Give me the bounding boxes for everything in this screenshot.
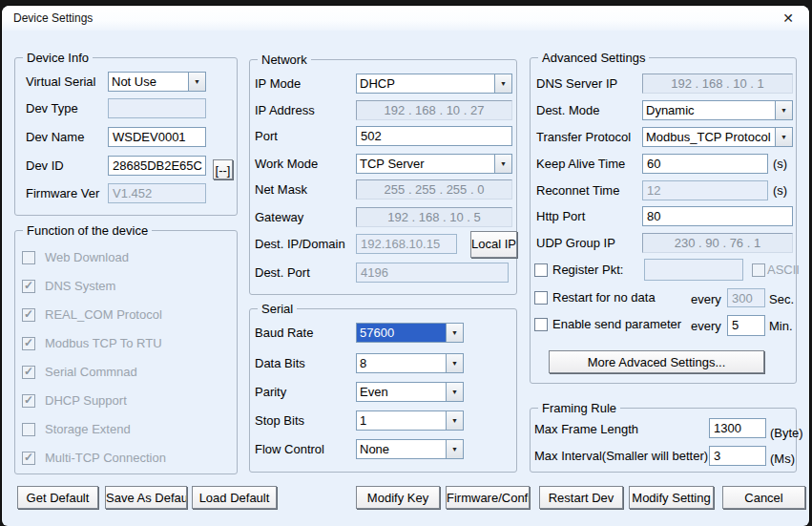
get-default-button[interactable]: Get Default [17,486,98,509]
dns-system-checkbox [22,280,35,293]
ascii-label: ASCII [767,263,800,277]
register-pkt-label: Register Pkt: [552,263,623,277]
http-port-field[interactable]: 80 [642,206,793,226]
max-frame-field[interactable]: 1300 [709,418,766,438]
functions-group-title: Function of the device [23,223,152,238]
more-advanced-settings-button[interactable]: More Advaced Settings... [549,350,764,373]
ip-address-field: 192 . 168 . 10 . 27 [356,100,512,120]
flow-control-select[interactable]: None ▼ [356,439,464,459]
restart-every-label: every [691,292,721,306]
parity-label: Parity [255,385,286,399]
keep-alive-field[interactable]: 60 [642,154,768,174]
cancel-button[interactable]: Cancel [722,486,805,509]
port-field[interactable]: 502 [356,126,512,146]
dest-mode-label: Dest. Mode [536,103,599,117]
firmware-config-button[interactable]: Firmware/Config [446,486,530,509]
device-settings-dialog: Device Settings ✕ Device Info Virtual Se… [2,6,809,526]
dev-id-field[interactable]: 28685DB2E65C [108,156,206,176]
max-frame-unit: (Byte) [770,426,803,440]
modify-setting-button[interactable]: Modify Setting [629,486,714,509]
chevron-down-icon[interactable]: ▼ [446,354,463,372]
stop-bits-label: Stop Bits [255,413,304,428]
dev-id-label: Dev ID [26,158,64,173]
parity-value: Even [357,383,446,401]
udp-group-field: 230 . 90 . 76 . 1 [642,233,793,253]
work-mode-select[interactable]: TCP Server ▼ [356,154,512,174]
max-frame-label: Max Frame Length [534,422,638,436]
udp-group-label: UDP Group IP [536,236,615,250]
chevron-down-icon[interactable]: ▼ [494,74,511,93]
flow-control-label: Flow Control [255,442,324,456]
dns-server-field: 192 . 168 . 10 . 1 [642,74,793,94]
dest-mode-select[interactable]: Dynamic ▼ [642,100,793,120]
dev-id-mac-button[interactable]: [--] [213,159,233,179]
register-pkt-checkbox[interactable] [534,263,548,277]
dev-name-field[interactable]: WSDEV0001 [108,127,206,147]
enable-every-label: every [691,319,721,333]
max-interval-unit: (Ms) [770,452,795,466]
restart-no-data-label: Restart for no data [552,290,656,305]
enable-send-checkbox[interactable] [534,318,548,331]
chevron-down-icon[interactable]: ▼ [775,101,792,119]
transfer-protocol-value: Modbus_TCP Protocol [643,128,775,146]
serial-group-title: Serial [258,302,297,316]
storage-extend-checkbox [22,423,35,436]
work-mode-label: Work Mode [255,157,318,171]
ip-mode-value: DHCP [357,74,494,93]
multi-tcp-label: Multi-TCP Connection [45,451,166,465]
dns-server-label: DNS Server IP [536,76,617,91]
modify-key-button[interactable]: Modify Key [356,486,440,509]
baud-rate-select[interactable]: 57600 ▼ [356,323,464,343]
reconnet-field: 12 [642,180,768,200]
close-icon[interactable]: ✕ [780,10,797,27]
chevron-down-icon[interactable]: ▼ [446,411,463,430]
dest-ip-label: Dest. IP/Domain [255,237,345,251]
chevron-down-icon[interactable]: ▼ [188,73,205,91]
dev-type-label: Dev Type [26,101,78,116]
virtual-serial-select[interactable]: Not Use ▼ [108,72,206,92]
http-port-label: Http Port [536,209,585,223]
chevron-down-icon[interactable]: ▼ [446,324,463,342]
chevron-down-icon[interactable]: ▼ [446,440,463,458]
dhcp-support-label: DHCP Support [45,393,127,408]
gateway-label: Gateway [255,210,303,224]
chevron-down-icon[interactable]: ▼ [446,383,463,401]
transfer-protocol-select[interactable]: Modbus_TCP Protocol ▼ [642,127,793,147]
keep-alive-unit: (s) [773,157,787,171]
port-label: Port [255,129,278,143]
load-default-button[interactable]: Load Default [192,486,277,509]
stop-bits-select[interactable]: 1 ▼ [356,410,464,431]
restart-seconds-field: 300 [727,288,765,307]
network-group-title: Network [258,53,311,67]
max-interval-label: Max Interval(Smaller will better) [534,449,708,463]
chevron-down-icon[interactable]: ▼ [494,155,511,173]
real-com-checkbox [22,308,35,322]
enable-unit-label: Min. [769,319,793,333]
restart-dev-button[interactable]: Restart Dev [539,486,623,509]
framing-group-title: Framing Rule [538,401,620,415]
enable-minutes-field[interactable]: 5 [727,315,765,336]
dev-type-field [108,98,206,118]
max-interval-field[interactable]: 3 [709,446,766,466]
web-download-checkbox [22,251,35,264]
ip-mode-select[interactable]: DHCP ▼ [356,74,512,94]
title-bar: Device Settings ✕ [2,6,809,31]
work-mode-value: TCP Server [357,155,494,173]
chevron-down-icon[interactable]: ▼ [775,128,792,146]
enable-send-label: Enable send parameter [552,317,681,331]
dest-port-label: Dest. Port [255,265,310,280]
reconnet-label: Reconnet Time [536,183,619,198]
parity-select[interactable]: Even ▼ [356,382,464,402]
data-bits-select[interactable]: 8 ▼ [356,353,464,373]
virtual-serial-value: Not Use [109,73,188,91]
register-pkt-field [644,259,743,281]
local-ip-button[interactable]: Local IP [470,231,517,258]
data-bits-label: Data Bits [255,356,305,370]
dest-port-field: 4196 [356,263,509,283]
restart-unit-label: Sec. [769,292,794,306]
dhcp-support-checkbox [22,394,35,408]
dest-mode-value: Dynamic [643,101,775,119]
web-download-label: Web Download [45,250,129,264]
save-as-default-button[interactable]: Save As Default [105,486,187,509]
restart-no-data-checkbox[interactable] [534,291,548,305]
